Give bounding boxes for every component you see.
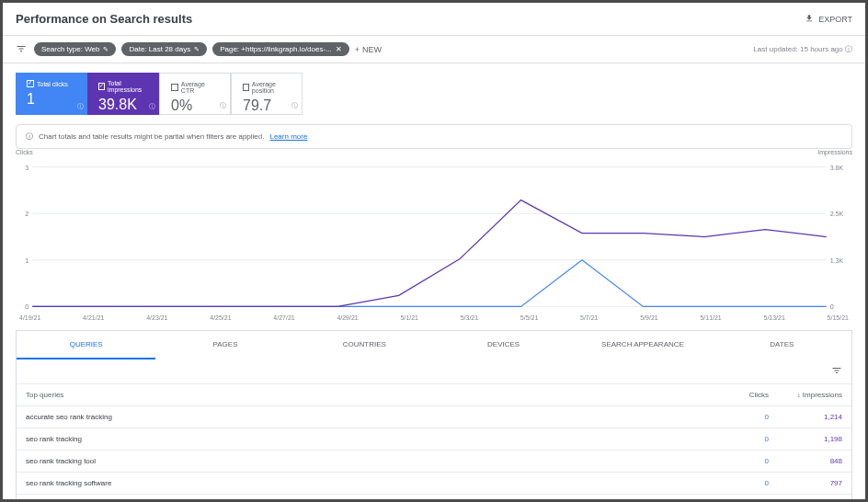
x-tick: 5/15/21: [828, 314, 849, 321]
metric-value: 79.7: [243, 97, 291, 114]
page-header: Performance on Search results EXPORT: [3, 3, 865, 36]
close-icon[interactable]: ✕: [336, 45, 342, 53]
x-tick: 5/9/21: [640, 314, 657, 321]
cell-query: seo rank tracking tool: [26, 457, 704, 465]
metric-value: 0%: [171, 97, 219, 114]
table-row[interactable]: accurate seo rank tracking01,214: [17, 405, 851, 428]
banner-text: Chart totals and table results might be …: [39, 132, 264, 141]
chip-label: Search type: Web: [41, 45, 99, 53]
cell-impressions: 797: [769, 479, 842, 487]
chart-svg: 33.8K22.5K11.3K00: [16, 156, 852, 313]
header-query[interactable]: Top queries: [26, 391, 704, 399]
metric-card[interactable]: Total clicks1ⓘ: [16, 73, 87, 115]
table-row[interactable]: seo rank tracking tool0848: [17, 450, 851, 472]
checkbox-icon: [171, 84, 178, 91]
header-clicks[interactable]: Clicks: [704, 391, 769, 399]
table-header: Top queries Clicks ↓ Impressions: [17, 383, 851, 405]
chip-label: Date: Last 28 days: [129, 45, 190, 53]
export-button[interactable]: EXPORT: [805, 14, 852, 25]
table-row[interactable]: seo rank tracking software0797: [17, 472, 851, 494]
plus-icon: +: [355, 45, 360, 54]
info-banner: ⓘ Chart totals and table results might b…: [16, 124, 852, 149]
metric-card[interactable]: Total impressions39.8Kⓘ: [87, 73, 159, 115]
metric-card[interactable]: Average position79.7ⓘ: [231, 73, 303, 115]
help-icon[interactable]: ⓘ: [77, 102, 84, 111]
x-tick: 4/27/21: [273, 314, 294, 321]
checkbox-icon: [98, 83, 105, 90]
table-filter-row: [17, 359, 851, 383]
filter-chip[interactable]: Page: +https://linkgraph.io/does-...✕: [212, 42, 349, 56]
x-tick: 4/25/21: [210, 314, 231, 321]
x-tick: 4/23/21: [146, 314, 167, 321]
help-icon[interactable]: ⓘ: [220, 101, 226, 110]
x-tick: 4/21/21: [83, 314, 104, 321]
pencil-icon[interactable]: ✎: [103, 46, 108, 53]
cell-impressions: 1,214: [769, 413, 842, 421]
cell-clicks: 0: [704, 435, 769, 443]
filter-chip[interactable]: Date: Last 28 days✎: [121, 42, 207, 56]
metric-card[interactable]: Average CTR0%ⓘ: [159, 73, 231, 115]
cell-impressions: 1,198: [769, 435, 842, 443]
x-tick: 5/3/21: [461, 314, 478, 321]
svg-text:3.8K: 3.8K: [830, 165, 844, 171]
filter-icon[interactable]: [831, 365, 842, 378]
filter-chip[interactable]: Search type: Web✎: [34, 42, 116, 56]
help-icon[interactable]: ⓘ: [845, 45, 852, 53]
learn-more-link[interactable]: Learn more: [269, 132, 307, 141]
right-axis-label: Impressions: [817, 149, 852, 155]
svg-text:3: 3: [25, 165, 29, 171]
x-tick: 5/7/21: [580, 314, 598, 321]
cell-clicks: 0: [704, 479, 769, 487]
cell-query: accurate seo rank tracking: [26, 413, 704, 421]
tab-search-appearance[interactable]: SEARCH APPEARANCE: [573, 331, 712, 359]
cell-clicks: 0: [704, 457, 769, 465]
pencil-icon[interactable]: ✎: [194, 46, 200, 53]
metric-label: Average CTR: [181, 81, 219, 94]
tabs: QUERIESPAGESCOUNTRIESDEVICESSEARCH APPEA…: [17, 331, 851, 359]
tab-pages[interactable]: PAGES: [155, 331, 294, 359]
cell-impressions: 848: [769, 457, 842, 465]
chart: Clicks Impressions 33.8K22.5K11.3K00 4/1…: [16, 156, 852, 321]
download-icon: [805, 14, 814, 25]
checkbox-icon: [243, 84, 249, 91]
cell-query: seo rank tracking: [26, 435, 704, 443]
metric-label: Total clicks: [37, 81, 68, 87]
tab-countries[interactable]: COUNTRIES: [295, 331, 434, 359]
new-label: NEW: [362, 45, 382, 54]
svg-text:1: 1: [25, 257, 29, 264]
metric-value: 39.8K: [98, 97, 148, 113]
x-axis: 4/19/214/21/214/23/214/25/214/27/214/29/…: [16, 314, 852, 321]
page-title: Performance on Search results: [16, 12, 192, 26]
table-section: QUERIESPAGESCOUNTRIESDEVICESSEARCH APPEA…: [16, 330, 852, 502]
x-tick: 4/19/21: [19, 314, 40, 321]
cell-query: seo rank tracking software: [26, 479, 704, 487]
svg-text:2.5K: 2.5K: [830, 211, 844, 217]
help-icon[interactable]: ⓘ: [291, 101, 298, 110]
x-tick: 5/13/21: [763, 314, 784, 321]
tab-devices[interactable]: DEVICES: [434, 331, 573, 359]
metrics-row: Total clicks1ⓘTotal impressions39.8KⓘAve…: [3, 63, 865, 124]
export-label: EXPORT: [818, 15, 852, 24]
filter-bar: Search type: Web✎Date: Last 28 days✎Page…: [3, 36, 865, 63]
help-icon[interactable]: ⓘ: [149, 102, 155, 111]
svg-text:0: 0: [25, 303, 29, 310]
last-updated: Last updated: 15 hours ago ⓘ: [753, 44, 852, 54]
info-icon: ⓘ: [26, 131, 33, 142]
cell-clicks: 0: [704, 413, 769, 421]
tab-queries[interactable]: QUERIES: [17, 331, 155, 359]
header-impressions[interactable]: ↓ Impressions: [769, 391, 842, 399]
metric-value: 1: [27, 91, 76, 108]
table-row[interactable]: accurate rank tracking0762: [17, 494, 851, 502]
x-tick: 5/1/21: [400, 314, 417, 321]
tab-dates[interactable]: DATES: [713, 331, 851, 359]
table-row[interactable]: seo rank tracking01,198: [17, 428, 851, 450]
svg-text:1.3K: 1.3K: [830, 257, 844, 264]
metric-label: Total impressions: [108, 80, 148, 93]
svg-text:0: 0: [830, 303, 834, 310]
new-filter-button[interactable]: + NEW: [355, 45, 382, 54]
filter-icon[interactable]: [16, 43, 29, 56]
metric-label: Average position: [252, 81, 291, 94]
x-tick: 4/29/21: [337, 314, 358, 321]
svg-text:2: 2: [25, 211, 29, 217]
x-tick: 5/5/21: [520, 314, 538, 321]
